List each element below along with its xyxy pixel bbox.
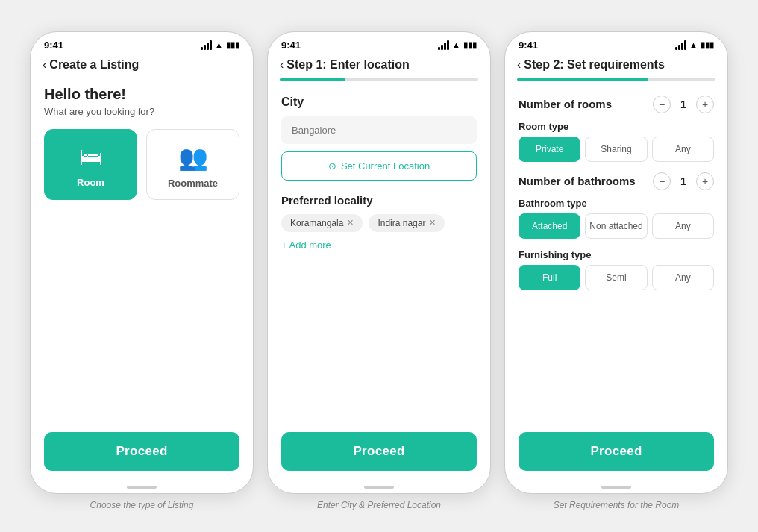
bathroom-type-any[interactable]: Any bbox=[652, 213, 714, 239]
tag-indira-remove[interactable]: ✕ bbox=[429, 218, 436, 228]
furnishing-semi[interactable]: Semi bbox=[585, 265, 647, 290]
battery-icon-3: ▮▮▮ bbox=[701, 40, 714, 50]
status-bar-3: 9:41 ▲ ▮▮▮ bbox=[505, 32, 727, 54]
caption-2: Enter City & Preferred Location bbox=[267, 500, 491, 510]
tag-koramangala-text: Koramangala bbox=[290, 218, 343, 228]
room-type-group: Private Sharing Any bbox=[519, 137, 714, 162]
wifi-icon-1: ▲ bbox=[215, 40, 223, 49]
nav-title-2: Step 1: Enter location bbox=[286, 58, 409, 72]
bathrooms-row: Number of bathrooms − 1 + bbox=[519, 172, 714, 190]
status-bar-1: 9:41 ▲ ▮▮▮ bbox=[31, 32, 253, 54]
city-label: City bbox=[281, 96, 477, 109]
proceed-button-2[interactable]: Proceed bbox=[281, 432, 477, 471]
home-indicator-1 bbox=[127, 486, 157, 489]
wifi-icon-3: ▲ bbox=[689, 40, 698, 49]
rooms-row: Number of rooms − 1 + bbox=[519, 96, 714, 113]
room-icon: 🛏 bbox=[79, 143, 103, 171]
bathroom-type-label: Bathroom type bbox=[519, 198, 714, 209]
screen1-content: Hello there! What are you looking for? 🛏… bbox=[31, 78, 253, 423]
tag-koramangala-remove[interactable]: ✕ bbox=[347, 218, 354, 228]
rooms-count: 1 bbox=[677, 98, 690, 110]
locality-label: Preferred locality bbox=[281, 194, 477, 207]
nav-title-1: Create a Listing bbox=[49, 58, 139, 72]
set-location-button[interactable]: ⊙ Set Current Location bbox=[281, 151, 477, 181]
bathrooms-counter: − 1 + bbox=[653, 172, 714, 190]
status-bar-2: 9:41 ▲ ▮▮▮ bbox=[268, 32, 490, 54]
rooms-label: Number of rooms bbox=[519, 98, 612, 110]
room-type-private[interactable]: Private bbox=[519, 137, 580, 162]
nav-bar-2: ‹ Step 1: Enter location bbox=[268, 54, 490, 78]
furnishing-label: Furnishing type bbox=[519, 249, 714, 260]
status-time-2: 9:41 bbox=[281, 40, 301, 51]
room-type-any[interactable]: Any bbox=[652, 137, 714, 162]
location-icon: ⊙ bbox=[328, 160, 336, 172]
roommate-label: Roommate bbox=[168, 178, 218, 189]
proceed-wrap-1: Proceed bbox=[31, 423, 253, 486]
nav-bar-3: ‹ Step 2: Set requirements bbox=[505, 54, 727, 78]
home-indicator-3 bbox=[601, 486, 631, 489]
set-location-label: Set Current Location bbox=[341, 160, 430, 172]
progress-fill-3 bbox=[517, 78, 648, 81]
progress-bar-3 bbox=[517, 78, 715, 81]
proceed-wrap-3: Proceed bbox=[505, 423, 727, 486]
add-more-label: + Add more bbox=[281, 240, 331, 251]
rooms-decrement[interactable]: − bbox=[653, 96, 671, 113]
room-option[interactable]: 🛏 Room bbox=[44, 129, 137, 200]
add-more-button[interactable]: + Add more bbox=[281, 240, 331, 251]
proceed-wrap-2: Proceed bbox=[268, 423, 490, 486]
screen2-content: City ⊙ Set Current Location Preferred lo… bbox=[268, 88, 490, 423]
tag-indira: Indira nagar ✕ bbox=[369, 214, 445, 232]
back-button-2[interactable]: ‹ bbox=[280, 58, 284, 72]
progress-bar-2 bbox=[280, 78, 478, 81]
signal-icon-3 bbox=[675, 40, 686, 50]
home-indicator-2 bbox=[364, 486, 394, 489]
bathrooms-increment[interactable]: + bbox=[696, 172, 714, 190]
roommate-icon: 👥 bbox=[178, 143, 208, 172]
roommate-option[interactable]: 👥 Roommate bbox=[146, 129, 239, 200]
room-label: Room bbox=[77, 177, 104, 188]
bathrooms-count: 1 bbox=[677, 175, 690, 187]
back-button-3[interactable]: ‹ bbox=[517, 58, 521, 72]
bathrooms-decrement[interactable]: − bbox=[653, 172, 671, 190]
back-arrow-icon-1: ‹ bbox=[43, 58, 46, 72]
greeting-text: Hello there! bbox=[44, 86, 239, 103]
back-button-1[interactable]: ‹ bbox=[43, 58, 46, 72]
signal-icon-2 bbox=[438, 40, 449, 50]
tag-indira-text: Indira nagar bbox=[378, 218, 425, 228]
room-type-label: Room type bbox=[519, 121, 714, 132]
wifi-icon-2: ▲ bbox=[452, 40, 460, 49]
captions-row: Choose the type of Listing Enter City & … bbox=[0, 494, 758, 516]
caption-1: Choose the type of Listing bbox=[30, 500, 254, 510]
rooms-increment[interactable]: + bbox=[696, 96, 714, 113]
bathrooms-label: Number of bathrooms bbox=[519, 175, 636, 187]
room-type-sharing[interactable]: Sharing bbox=[585, 137, 647, 162]
proceed-button-1[interactable]: Proceed bbox=[44, 432, 239, 471]
phone-screen-2: 9:41 ▲ ▮▮▮ ‹ Step 1: Enter location C bbox=[267, 31, 491, 494]
city-input[interactable] bbox=[281, 116, 477, 144]
phone-screen-3: 9:41 ▲ ▮▮▮ ‹ Step 2: Set requirements bbox=[504, 31, 728, 494]
furnishing-full[interactable]: Full bbox=[519, 265, 580, 290]
signal-icon-1 bbox=[201, 40, 212, 50]
battery-icon-2: ▮▮▮ bbox=[463, 40, 477, 50]
bathroom-type-nonattached[interactable]: Non attached bbox=[585, 213, 647, 239]
status-time-3: 9:41 bbox=[519, 40, 538, 51]
tags-row: Koramangala ✕ Indira nagar ✕ bbox=[281, 214, 477, 232]
phone-screen-1: 9:41 ▲ ▮▮▮ ‹ Create a Listing Hello ther… bbox=[30, 31, 254, 494]
furnishing-any[interactable]: Any bbox=[652, 265, 714, 290]
screen3-content: Number of rooms − 1 + Room type Private … bbox=[505, 88, 727, 423]
proceed-button-3[interactable]: Proceed bbox=[519, 432, 714, 471]
furnishing-group: Full Semi Any bbox=[519, 265, 714, 290]
caption-3: Set Requirements for the Room bbox=[504, 500, 728, 510]
status-time-1: 9:41 bbox=[44, 40, 63, 51]
bathroom-type-attached[interactable]: Attached bbox=[519, 213, 580, 239]
battery-icon-1: ▮▮▮ bbox=[226, 40, 239, 50]
status-icons-3: ▲ ▮▮▮ bbox=[675, 40, 714, 50]
status-icons-2: ▲ ▮▮▮ bbox=[438, 40, 477, 50]
subtext: What are you looking for? bbox=[44, 106, 239, 117]
listing-options: 🛏 Room 👥 Roommate bbox=[44, 129, 239, 200]
nav-title-3: Step 2: Set requirements bbox=[524, 58, 665, 72]
bathroom-type-group: Attached Non attached Any bbox=[519, 213, 714, 239]
phones-row: 9:41 ▲ ▮▮▮ ‹ Create a Listing Hello ther… bbox=[22, 16, 736, 494]
back-arrow-icon-2: ‹ bbox=[280, 58, 284, 72]
tag-koramangala: Koramangala ✕ bbox=[281, 214, 363, 232]
